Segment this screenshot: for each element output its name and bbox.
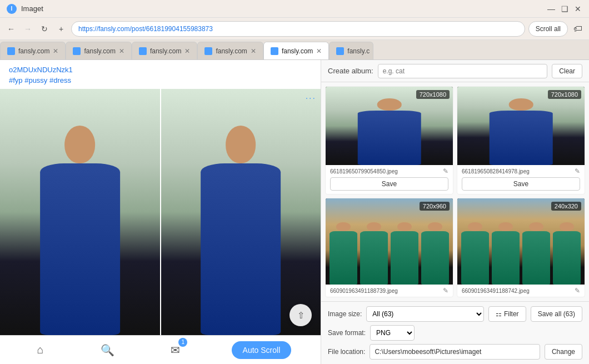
home-button[interactable]: ⌂ — [29, 339, 52, 361]
thumb-dimensions-3: 720x960 — [420, 202, 450, 211]
filter-icon: ⚏ — [496, 310, 502, 318]
file-location-label: File location: — [328, 348, 365, 356]
save-all-button[interactable]: Save all (63) — [531, 306, 582, 322]
thumb-filename-2: 661819650828414978.jpeg — [462, 168, 572, 174]
edit-icon-1[interactable]: ✎ — [443, 167, 448, 175]
tab-4[interactable]: fansly.com ✕ — [197, 42, 263, 59]
edit-icon-3[interactable]: ✎ — [443, 287, 448, 295]
more-options-button[interactable]: ··· — [306, 93, 316, 103]
forward-button[interactable]: → — [21, 22, 34, 36]
tab-label-5: fansly.com — [282, 47, 313, 55]
group-person-4a — [461, 222, 489, 285]
tab-3[interactable]: fansly.com ✕ — [132, 42, 197, 59]
url-text: https://fansly.com/post/6618199041559838… — [78, 25, 213, 33]
tab-close-4[interactable]: ✕ — [251, 47, 256, 55]
tab-1[interactable]: fansly.com ✕ — [0, 42, 66, 59]
group-head-4c — [529, 222, 543, 231]
thumbnail-card-2: 720x1080 661819650828414978.jpeg ✎ Save — [457, 86, 585, 195]
tab-close-3[interactable]: ✕ — [184, 47, 190, 55]
group-person-4 — [421, 222, 449, 285]
thumb-dimensions-2: 720x1080 — [548, 90, 581, 99]
left-image-content — [0, 89, 160, 335]
thumb-footer-2: 661819650828414978.jpeg ✎ — [457, 165, 585, 177]
tab-label-3: fansly.com — [150, 47, 181, 55]
left-panel: o2MDUxNDUzNzk1 #fyp #pussy #dress — [0, 60, 321, 364]
file-location-input[interactable] — [370, 344, 540, 360]
restore-button[interactable]: ❑ — [560, 4, 569, 13]
tab-close-2[interactable]: ✕ — [119, 47, 124, 55]
file-location-row: File location: Change — [328, 344, 582, 360]
app-logo: I — [7, 4, 17, 14]
thumb-img-content-4 — [457, 198, 585, 285]
save-button-1[interactable]: Save — [330, 177, 448, 191]
refresh-button[interactable]: ↻ — [38, 22, 51, 36]
tab-2[interactable]: fansly.com ✕ — [66, 42, 131, 59]
thumbnail-image-2: 720x1080 — [457, 87, 585, 165]
group-person-4c — [522, 222, 550, 285]
notification-button[interactable]: ✉ 1 — [164, 339, 186, 361]
group-body-4a — [461, 231, 489, 285]
thumbnail-card-1: 720x1080 661819650799054850.jpeg ✎ Save — [325, 86, 453, 195]
image-grid: ··· ⇧ — [0, 89, 321, 335]
tab-close-5[interactable]: ✕ — [316, 47, 322, 55]
auto-scroll-button[interactable]: Auto Scroll — [232, 341, 292, 359]
main-layout: o2MDUxNDUzNzk1 #fyp #pussy #dress — [0, 60, 589, 364]
tab-6[interactable]: fansly.c — [329, 42, 373, 59]
minimize-button[interactable]: — — [547, 4, 556, 13]
search-button[interactable]: 🔍 — [97, 339, 119, 361]
edit-icon-2[interactable]: ✎ — [575, 167, 580, 175]
group-head-1 — [336, 222, 350, 231]
tab-close-1[interactable]: ✕ — [53, 47, 58, 55]
tab-favicon-1 — [7, 47, 15, 55]
group-person-3 — [391, 222, 418, 285]
filter-button[interactable]: ⚏ Filter — [488, 306, 526, 322]
tab-favicon-5 — [271, 47, 278, 55]
save-format-label: Save format: — [328, 329, 366, 337]
group-body-4b — [492, 231, 520, 285]
new-tab-button[interactable]: + — [54, 22, 68, 36]
tab-5[interactable]: fansly.com ✕ — [263, 42, 329, 59]
group-person-2 — [360, 222, 388, 285]
group-head-4b — [498, 222, 512, 231]
app-title: Imaget — [21, 4, 542, 13]
right-header: Create album: Clear — [321, 60, 589, 82]
right-panel: Create album: Clear 720x1080 66 — [321, 60, 589, 364]
save-button-2[interactable]: Save — [462, 177, 580, 191]
edit-icon-4[interactable]: ✎ — [575, 287, 580, 295]
thumb-footer-3: 660901963491188739.jpeg ✎ — [326, 285, 453, 297]
title-bar: I Imaget — ❑ ✕ — [0, 0, 589, 18]
extensions-button[interactable]: 🏷 — [571, 22, 585, 36]
thumb-person-2 — [489, 98, 553, 165]
thumb-group-3 — [326, 216, 453, 285]
scroll-up-button[interactable]: ⇧ — [289, 304, 312, 326]
post-link[interactable]: o2MDUxNDUzNzk1 — [9, 66, 73, 74]
right-image: ··· — [161, 89, 321, 335]
album-input[interactable] — [378, 64, 548, 78]
close-button[interactable]: ✕ — [573, 4, 582, 13]
format-select[interactable]: PNG JPG WEBP — [370, 325, 415, 341]
right-bottom-controls: Image size: All (63) Large Medium Small … — [321, 301, 589, 364]
thumb-body-2 — [489, 111, 553, 165]
thumb-group-4 — [457, 216, 585, 285]
thumbnails-grid: 720x1080 661819650799054850.jpeg ✎ Save — [321, 82, 589, 301]
post-tags: #fyp #pussy #dress — [9, 76, 312, 84]
thumb-body-1 — [357, 111, 421, 165]
thumb-filename-3: 660901963491188739.jpeg — [330, 288, 441, 294]
group-head-2 — [367, 222, 381, 231]
change-button[interactable]: Change — [545, 344, 582, 360]
tabs-bar: fansly.com ✕ fansly.com ✕ fansly.com ✕ f… — [0, 40, 589, 60]
image-size-label: Image size: — [328, 310, 362, 318]
thumb-filename-1: 661819650799054850.jpeg — [330, 168, 441, 174]
tab-label-2: fansly.com — [84, 47, 115, 55]
clear-button[interactable]: Clear — [552, 64, 582, 78]
create-album-label: Create album: — [328, 67, 373, 75]
scroll-all-button[interactable]: Scroll all — [528, 21, 568, 37]
image-size-select[interactable]: All (63) Large Medium Small — [366, 306, 484, 322]
group-head-4 — [428, 222, 442, 231]
back-button[interactable]: ← — [4, 22, 18, 36]
thumb-dimensions-4: 240x320 — [551, 202, 581, 211]
address-bar[interactable]: https://fansly.com/post/6618199041559838… — [71, 21, 525, 37]
thumbnail-image-4: 240x320 — [457, 198, 585, 285]
left-image — [0, 89, 161, 335]
thumbnail-card-4: 240x320 660901963491188742.jpeg ✎ — [457, 198, 585, 297]
